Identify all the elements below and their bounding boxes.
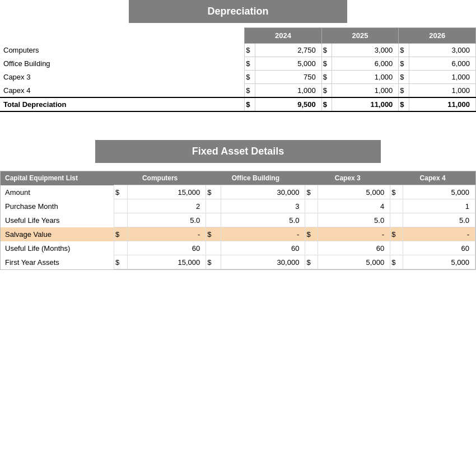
asset-value: 5,000 — [403, 185, 475, 199]
asset-value: - — [128, 227, 206, 241]
asset-dollar-sign — [305, 241, 318, 255]
asset-row: Useful Life (Months)60606060 — [1, 241, 475, 255]
dep-dollar-sign: $ — [399, 57, 409, 71]
asset-dollar-sign: $ — [305, 255, 318, 269]
asset-value: 15,000 — [128, 185, 206, 199]
dep-dollar-sign: $ — [245, 44, 255, 57]
asset-header-row: Capital Equipment List Computers Office … — [1, 171, 475, 185]
asset-dollar-sign — [305, 213, 318, 227]
asset-dollar-sign: $ — [390, 227, 403, 241]
dep-value: 9,500 — [255, 97, 321, 111]
dep-dollar-sign: $ — [245, 71, 255, 84]
depreciation-header: Depreciation — [129, 0, 347, 23]
fixed-asset-header: Fixed Asset Details — [95, 140, 381, 163]
asset-row-label: First Year Assets — [1, 255, 114, 269]
asset-dollar-sign — [206, 241, 221, 255]
dep-dollar-sign: $ — [321, 84, 332, 98]
dep-row-name: Computers — [0, 44, 148, 57]
asset-dollar-sign — [390, 213, 403, 227]
asset-row-label: Useful Life Years — [1, 213, 114, 227]
asset-dollar-sign — [114, 213, 127, 227]
dep-row: Total Depreciation$9,500$11,000$11,000 — [0, 97, 476, 111]
asset-value: 60 — [403, 241, 475, 255]
dep-value: 1,000 — [332, 84, 399, 98]
asset-value: 60 — [128, 241, 206, 255]
asset-row-label: Salvage Value — [1, 227, 114, 241]
dep-value: 2,750 — [255, 44, 321, 57]
asset-dollar-sign: $ — [114, 185, 127, 199]
depreciation-section: Depreciation 2024 2025 2026 Computers$2,… — [0, 0, 476, 134]
asset-value: - — [403, 227, 475, 241]
asset-row: Useful Life Years5.05.05.05.0 — [1, 213, 475, 227]
asset-value: - — [318, 227, 390, 241]
dep-dollar-sign: $ — [321, 44, 332, 57]
asset-row-label: Purchase Month — [1, 199, 114, 213]
asset-dollar-sign — [390, 241, 403, 255]
dep-value: 1,000 — [409, 71, 475, 84]
asset-table: Capital Equipment List Computers Office … — [1, 171, 475, 269]
asset-dollar-sign — [305, 199, 318, 213]
asset-dollar-sign — [114, 241, 127, 255]
asset-dollar-sign: $ — [305, 227, 318, 241]
dep-value: 11,000 — [409, 97, 475, 111]
dep-value: 1,000 — [332, 71, 399, 84]
asset-value: 4 — [318, 199, 390, 213]
asset-value: 5.0 — [318, 213, 390, 227]
asset-value: 3 — [221, 199, 305, 213]
asset-value: 5.0 — [221, 213, 305, 227]
asset-dollar-sign: $ — [114, 255, 127, 269]
asset-dollar-sign: $ — [305, 185, 318, 199]
asset-dollar-sign: $ — [206, 255, 221, 269]
dep-dollar-sign: $ — [399, 44, 409, 57]
asset-dollar-sign: $ — [206, 185, 221, 199]
dep-row-name: Capex 4 — [0, 84, 148, 98]
asset-value: 30,000 — [221, 255, 305, 269]
asset-dollar-sign — [390, 199, 403, 213]
dep-dollar-sign: $ — [399, 84, 409, 98]
dep-row: Office Building$5,000$6,000$6,000 — [0, 57, 476, 71]
dep-dollar-sign: $ — [321, 71, 332, 84]
asset-value: - — [221, 227, 305, 241]
asset-table-wrapper: Capital Equipment List Computers Office … — [0, 171, 476, 270]
col-header-label: Capital Equipment List — [1, 171, 114, 185]
dep-value: 3,000 — [332, 44, 399, 57]
col-header-capex4: Capex 4 — [390, 171, 475, 185]
asset-value: 15,000 — [128, 255, 206, 269]
col-header-capex3: Capex 3 — [305, 171, 390, 185]
asset-row: Purchase Month2341 — [1, 199, 475, 213]
dep-row-name: Office Building — [0, 57, 148, 71]
asset-value: 60 — [318, 241, 390, 255]
asset-value: 5.0 — [128, 213, 206, 227]
dep-dollar-sign: $ — [321, 97, 332, 111]
asset-row-label: Useful Life (Months) — [1, 241, 114, 255]
dep-dollar-sign: $ — [245, 97, 255, 111]
asset-value: 60 — [221, 241, 305, 255]
asset-dollar-sign — [114, 199, 127, 213]
asset-dollar-sign: $ — [390, 255, 403, 269]
dep-value: 3,000 — [409, 44, 475, 57]
dep-dollar-sign: $ — [399, 71, 409, 84]
col-header-office: Office Building — [206, 171, 305, 185]
asset-row: Salvage Value$-$-$-$- — [1, 227, 475, 241]
dep-value: 5,000 — [255, 57, 321, 71]
fixed-asset-section: Fixed Asset Details Capital Equipment Li… — [0, 140, 476, 270]
asset-value: 5,000 — [318, 255, 390, 269]
dep-dollar-sign: $ — [245, 84, 255, 98]
asset-value: 30,000 — [221, 185, 305, 199]
depreciation-table: 2024 2025 2026 Computers$2,750$3,000$3,0… — [0, 27, 476, 112]
dep-row-name: Total Depreciation — [0, 97, 148, 111]
dep-row: Capex 3$750$1,000$1,000 — [0, 71, 476, 84]
asset-value: 5,000 — [318, 185, 390, 199]
dep-value: 6,000 — [409, 57, 475, 71]
asset-value: 5.0 — [403, 213, 475, 227]
asset-dollar-sign: $ — [206, 227, 221, 241]
dep-value: 11,000 — [332, 97, 399, 111]
dep-value: 750 — [255, 71, 321, 84]
dep-row: Capex 4$1,000$1,000$1,000 — [0, 84, 476, 98]
dep-value: 1,000 — [255, 84, 321, 98]
dep-dollar-sign: $ — [245, 57, 255, 71]
asset-dollar-sign — [206, 213, 221, 227]
asset-value: 1 — [403, 199, 475, 213]
asset-row: Amount$15,000$30,000$5,000$5,000 — [1, 185, 475, 199]
asset-row: First Year Assets$15,000$30,000$5,000$5,… — [1, 255, 475, 269]
